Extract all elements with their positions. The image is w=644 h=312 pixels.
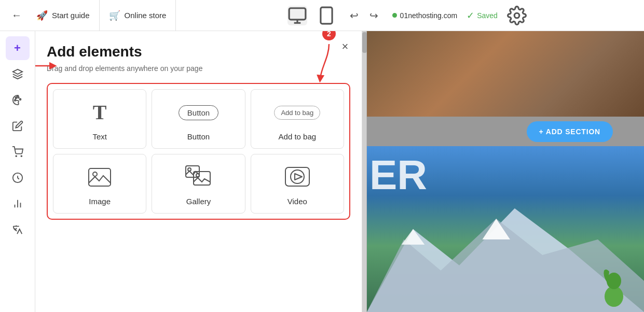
video-element-icon [283, 164, 311, 191]
add-section-button[interactable]: + ADD SECTION [527, 121, 613, 142]
gallery-element-icon [184, 164, 212, 191]
sidebar-item-theme[interactable] [6, 88, 30, 112]
domain-status-dot [392, 13, 397, 18]
desktop-view-button[interactable] [287, 6, 307, 25]
canvas-area: + ADD SECTION ER [362, 31, 644, 312]
sidebar-item-apps[interactable] [6, 166, 30, 190]
shopping-cart-icon [12, 146, 23, 158]
svg-marker-6 [12, 69, 22, 74]
svg-point-31 [607, 273, 621, 289]
add-to-bag-element-icon: Add to bag [274, 99, 320, 126]
canvas-er-text: ER [369, 151, 427, 199]
svg-point-7 [18, 97, 19, 98]
online-store-tab[interactable]: 🛒 Online store [100, 0, 176, 31]
canvas-creature [600, 265, 628, 307]
button-element-label: Button [187, 132, 210, 141]
sidebar-item-store[interactable] [6, 140, 30, 164]
settings-button[interactable] [507, 6, 527, 25]
elements-grid: T Text Button Button Add to bag Add to b… [47, 83, 350, 220]
domain-text: 01nethosting.com [400, 11, 458, 20]
redo-button[interactable]: ↪ [365, 7, 383, 24]
canvas-hero-section [367, 31, 644, 117]
start-guide-tab[interactable]: 🚀 Start guide [27, 0, 100, 31]
svg-point-8 [19, 98, 21, 100]
start-guide-label: Start guide [52, 11, 90, 20]
element-card-button[interactable]: Button Button [152, 89, 245, 149]
image-element-label: Image [89, 197, 111, 206]
main-area: + 1 [0, 31, 644, 312]
top-bar-left: ← 🚀 Start guide 🛒 Online store [6, 0, 176, 31]
element-card-video[interactable]: Video [251, 154, 344, 214]
domain-indicator: 01nethosting.com [392, 11, 458, 20]
svg-rect-0 [289, 8, 306, 19]
online-store-label: Online store [125, 11, 167, 20]
saved-check-icon: ✓ [467, 10, 474, 21]
apps-icon [12, 172, 23, 183]
svg-rect-21 [194, 172, 210, 185]
cart-icon: 🛒 [109, 10, 120, 21]
top-bar: ← 🚀 Start guide 🛒 Online store ↩ ↪ 01net… [0, 0, 644, 31]
top-bar-center: ↩ ↪ 01nethosting.com ✓ Saved [176, 6, 638, 25]
desktop-icon [287, 6, 307, 25]
svg-marker-25 [295, 174, 302, 180]
left-sidebar: + [0, 31, 35, 312]
element-card-add-to-bag[interactable]: Add to bag Add to bag [251, 89, 344, 149]
mobile-view-button[interactable] [317, 6, 336, 25]
layers-icon [12, 68, 23, 80]
svg-point-5 [514, 13, 519, 18]
svg-rect-17 [89, 168, 111, 186]
panel-title: Add elements [47, 44, 350, 60]
sidebar-item-analytics[interactable] [6, 192, 30, 216]
add-to-bag-element-label: Add to bag [279, 132, 317, 141]
canvas-lower-section: ER [367, 146, 644, 312]
panel-subtitle: Drag and drop elements anywhere on your … [47, 64, 350, 73]
saved-badge: ✓ Saved [467, 10, 498, 21]
rocket-icon: 🚀 [36, 10, 48, 21]
video-element-label: Video [287, 197, 307, 206]
panel-close-button[interactable]: × [337, 38, 353, 55]
sidebar-item-add[interactable]: + [6, 36, 30, 60]
undo-redo-group: ↩ ↪ [346, 7, 383, 24]
sidebar-item-edit[interactable] [6, 114, 30, 138]
sidebar-item-layers[interactable] [6, 62, 30, 86]
text-element-label: Text [92, 132, 107, 141]
element-card-text[interactable]: T Text [53, 89, 146, 149]
button-element-icon: Button [179, 99, 218, 126]
element-card-image[interactable]: Image [53, 154, 146, 214]
bar-chart-icon [12, 198, 23, 209]
saved-label: Saved [477, 11, 498, 20]
svg-rect-3 [321, 7, 332, 24]
element-card-gallery[interactable]: Gallery [152, 154, 245, 214]
annotation-circle-2: 2 [322, 31, 336, 40]
palette-icon [12, 94, 23, 106]
canvas-scroll-strip [362, 31, 367, 312]
sidebar-item-translate[interactable] [6, 218, 30, 242]
add-elements-panel: 1 2 × Add elements Drag and drop element… [35, 31, 362, 312]
gallery-element-label: Gallery [186, 197, 211, 206]
svg-point-11 [16, 155, 17, 157]
scroll-thumb[interactable] [362, 32, 367, 53]
translate-icon [12, 224, 23, 235]
edit-icon [12, 120, 23, 132]
text-element-icon: T [93, 99, 107, 126]
undo-button[interactable]: ↩ [346, 7, 363, 24]
gear-icon [507, 6, 527, 25]
svg-point-18 [93, 172, 97, 176]
svg-point-22 [196, 174, 199, 177]
image-element-icon [87, 164, 113, 191]
svg-point-12 [21, 155, 22, 157]
mobile-icon [317, 6, 336, 25]
back-button[interactable]: ← [6, 5, 27, 26]
